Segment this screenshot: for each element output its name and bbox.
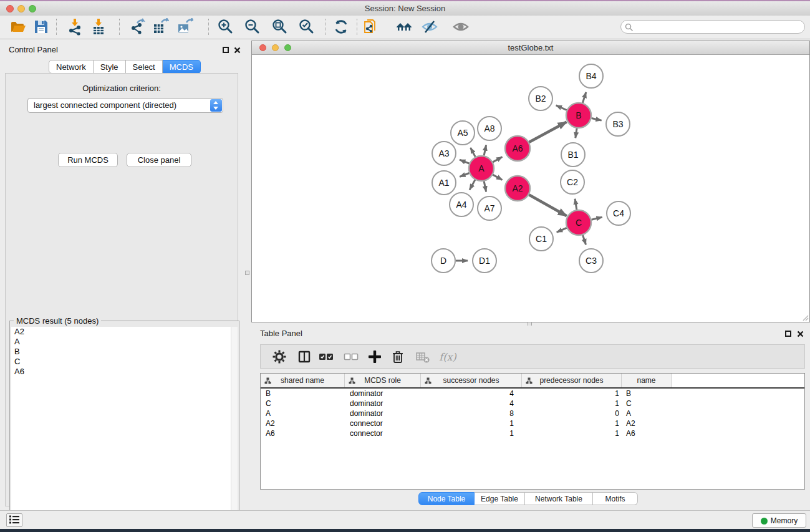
search-input[interactable] [636, 21, 801, 34]
cell-name[interactable]: B [622, 389, 672, 398]
memory-indicator-button[interactable]: Memory [752, 513, 806, 528]
close-panel-button[interactable]: Close panel [127, 153, 191, 167]
run-mcds-button[interactable]: Run MCDS [58, 153, 118, 167]
cell-successor-nodes[interactable]: 1 [421, 419, 522, 428]
cell-predecessor-nodes[interactable]: 1 [522, 389, 622, 398]
cell-name[interactable]: C [622, 399, 672, 408]
hide-graphics-details-button[interactable] [421, 18, 438, 36]
zoom-in-button[interactable] [216, 18, 234, 36]
close-panel-icon[interactable] [233, 46, 241, 54]
show-graphics-details-button[interactable] [452, 18, 470, 36]
show-column-button[interactable] [296, 349, 312, 365]
search-box[interactable] [620, 20, 805, 34]
tab-mcds[interactable]: MCDS [163, 60, 201, 74]
cell-mcds-role[interactable]: connector [345, 419, 421, 428]
task-history-button[interactable] [6, 513, 22, 527]
delete-column-button[interactable] [390, 349, 406, 365]
column-header-predecessor-nodes[interactable]: predecessor nodes [522, 374, 622, 387]
cell-predecessor-nodes[interactable]: 1 [522, 429, 622, 438]
edge-A-A3[interactable] [460, 160, 469, 163]
optimization-criterion-dropdown[interactable]: largest connected component (directed) [27, 98, 223, 113]
refresh-button[interactable] [332, 18, 350, 36]
add-column-button[interactable] [367, 349, 383, 365]
edge-B-B4[interactable] [582, 92, 586, 103]
tab-select[interactable]: Select [126, 60, 163, 74]
clone-network-button[interactable] [362, 18, 379, 36]
network-canvas[interactable]: B4B2BB3A8A5A6A3B1AC2A1A2A4A7C4CC1C3DD1 [252, 55, 809, 322]
cell-successor-nodes[interactable]: 1 [421, 429, 522, 438]
edge-A-A8[interactable] [484, 145, 486, 155]
cell-shared-name[interactable]: B [261, 389, 345, 398]
cell-name[interactable]: A6 [622, 429, 672, 438]
edge-A-A6[interactable] [493, 157, 502, 162]
open-file-button[interactable] [9, 18, 27, 36]
edge-A-A4[interactable] [470, 180, 475, 190]
cell-mcds-role[interactable]: dominator [345, 399, 421, 408]
splitter-grip[interactable] [245, 271, 249, 275]
save-session-button[interactable] [32, 18, 50, 36]
close-table-panel-icon[interactable] [796, 330, 804, 337]
edge-A-A5[interactable] [471, 148, 476, 157]
home-layout-button[interactable] [395, 18, 413, 36]
import-table-button[interactable] [90, 18, 107, 36]
edge-A-A1[interactable] [460, 173, 469, 177]
tab-style[interactable]: Style [94, 60, 126, 74]
table-row[interactable]: C dominator 4 1 C [261, 399, 804, 409]
main-titlebar[interactable]: Session: New Session [0, 1, 810, 16]
table-row[interactable]: A6 connector 1 1 A6 [261, 428, 804, 438]
table-options-button[interactable] [271, 349, 287, 365]
cell-predecessor-nodes[interactable]: 1 [522, 399, 622, 408]
table-row[interactable]: B dominator 4 1 B [261, 389, 804, 399]
panel-splitter-vertical[interactable] [243, 39, 251, 510]
result-item[interactable]: A6 [11, 367, 231, 377]
tab-motifs[interactable]: Motifs [593, 492, 638, 505]
edge-A-A7[interactable] [484, 181, 486, 192]
edge-C-C3[interactable] [583, 235, 586, 244]
export-table-button[interactable] [152, 18, 169, 36]
cell-shared-name[interactable]: A [261, 409, 345, 418]
cell-shared-name[interactable]: A2 [261, 419, 345, 428]
cell-name[interactable]: A2 [622, 419, 672, 428]
zoom-out-button[interactable] [243, 18, 261, 36]
result-item[interactable]: C [11, 357, 231, 367]
column-header-shared-name[interactable]: shared name [261, 374, 345, 387]
tab-network-table[interactable]: Network Table [525, 492, 593, 505]
column-header-successor-nodes[interactable]: successor nodes [421, 374, 522, 387]
edge-A6-B[interactable] [529, 122, 566, 142]
export-image-button[interactable] [176, 18, 193, 36]
cell-shared-name[interactable]: A6 [261, 429, 345, 438]
edge-C-C4[interactable] [591, 217, 602, 220]
cell-successor-nodes[interactable]: 4 [421, 399, 522, 408]
edge-A2-C[interactable] [529, 195, 567, 216]
cell-mcds-role[interactable]: dominator [345, 389, 421, 398]
table-row[interactable]: A dominator 8 0 A [261, 409, 804, 418]
cell-mcds-role[interactable]: dominator [345, 409, 421, 418]
cell-predecessor-nodes[interactable]: 0 [522, 409, 622, 418]
zoom-selected-button[interactable] [297, 18, 315, 36]
tab-node-table[interactable]: Node Table [418, 492, 475, 505]
mcds-result-list[interactable]: A2 A B C A6 [11, 327, 231, 530]
cell-name[interactable]: A [622, 409, 672, 418]
edge-C-C1[interactable] [557, 228, 567, 232]
delete-table-button[interactable] [415, 349, 431, 365]
node-table[interactable]: shared name MCDS role successor nodes pr… [260, 373, 805, 490]
tab-network[interactable]: Network [49, 60, 94, 74]
select-all-button[interactable] [318, 349, 334, 365]
resize-grip-icon[interactable] [801, 314, 809, 321]
network-window-titlebar[interactable]: testGlobe.txt [252, 41, 809, 55]
float-panel-icon[interactable] [223, 47, 229, 53]
cell-shared-name[interactable]: C [261, 399, 345, 408]
export-network-button[interactable] [128, 18, 146, 36]
cell-successor-nodes[interactable]: 8 [421, 409, 522, 418]
deselect-all-button[interactable] [343, 349, 359, 365]
cell-successor-nodes[interactable]: 4 [421, 389, 522, 398]
result-list-scrollbar[interactable] [231, 327, 238, 530]
edge-C-C2[interactable] [575, 199, 577, 210]
cell-predecessor-nodes[interactable]: 1 [522, 419, 622, 428]
tab-edge-table[interactable]: Edge Table [475, 492, 525, 505]
import-network-button[interactable] [66, 18, 84, 36]
edge-B-B3[interactable] [591, 118, 601, 121]
result-item[interactable]: B [11, 347, 231, 357]
float-table-panel-icon[interactable] [785, 331, 791, 337]
cell-mcds-role[interactable]: connector [345, 429, 421, 438]
